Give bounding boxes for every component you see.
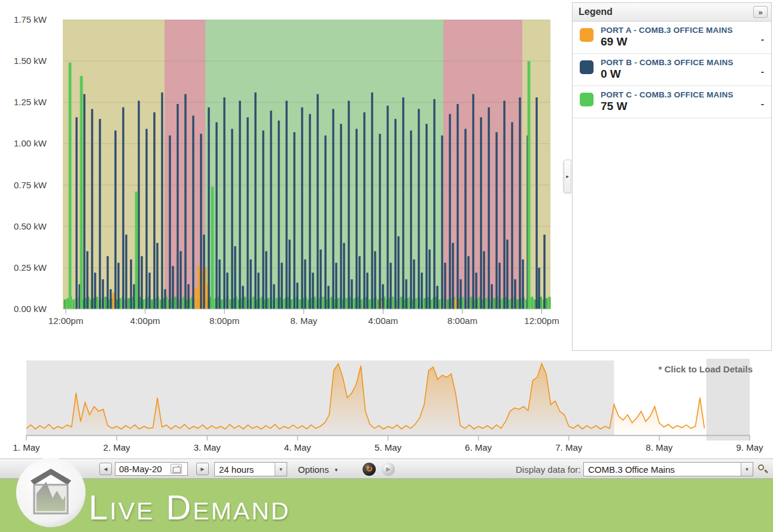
demand-bar-chart: 0.00 kW0.25 kW0.50 kW0.75 kW1.00 kW1.25 … xyxy=(0,0,571,335)
series-value: 75 W xyxy=(601,100,761,113)
chevron-down-icon: ▼ xyxy=(275,463,287,476)
series-name: PORT C - COMB.3 OFFICE MAINS xyxy=(601,90,761,99)
feeder-select-value: COMB.3 Office Mains xyxy=(584,464,741,475)
series-swatch xyxy=(580,60,594,74)
svg-text:8:00am: 8:00am xyxy=(448,316,477,326)
svg-text:0.75 kW: 0.75 kW xyxy=(14,180,47,190)
svg-text:6. May: 6. May xyxy=(465,442,492,452)
series-name: PORT A - COMB.3 OFFICE MAINS xyxy=(601,26,761,35)
series-swatch xyxy=(580,93,594,106)
arrow-left-icon: ◄ xyxy=(103,466,109,472)
arrow-right-icon: ► xyxy=(200,466,206,472)
app-title: Live Demand xyxy=(89,487,290,527)
overview-navigator-chart[interactable]: 1. May2. May3. May4. May5. May6. May7. M… xyxy=(0,356,773,458)
svg-text:9. May: 9. May xyxy=(736,442,763,452)
options-menu-button[interactable]: Options ▼ xyxy=(298,464,339,475)
legend-header: Legend » xyxy=(573,3,771,22)
svg-text:2. May: 2. May xyxy=(104,442,131,452)
calendar-icon[interactable] xyxy=(171,464,182,474)
range-select-value: 24 hours xyxy=(215,464,275,475)
svg-text:12:00pm: 12:00pm xyxy=(524,316,559,326)
refresh-icon: ↻ xyxy=(366,464,373,473)
svg-text:4:00pm: 4:00pm xyxy=(130,316,160,326)
series-name: PORT B - COMB.3 OFFICE MAINS xyxy=(601,58,761,67)
double-chevron-right-icon: » xyxy=(758,8,762,17)
series-value: 0 W xyxy=(601,68,761,81)
splitter-arrow-icon: ▸ xyxy=(566,173,569,179)
range-select[interactable]: 24 hours ▼ xyxy=(214,462,287,476)
svg-text:1.00 kW: 1.00 kW xyxy=(14,138,47,148)
svg-text:3. May: 3. May xyxy=(194,442,221,452)
svg-text:8. May: 8. May xyxy=(646,442,673,452)
play-button[interactable]: ▶ xyxy=(382,463,395,476)
previous-day-button[interactable]: ◄ xyxy=(99,463,112,475)
click-to-load-note: * Click to Load Details xyxy=(658,364,753,374)
chevron-down-icon: ▼ xyxy=(741,463,753,476)
series-value: 69 W xyxy=(601,35,761,48)
legend-item[interactable]: PORT C - COMB.3 OFFICE MAINS75 W- xyxy=(573,86,771,118)
legend-collapse-button[interactable]: » xyxy=(753,6,768,18)
svg-text:0.00 kW: 0.00 kW xyxy=(14,304,47,314)
series-dash: - xyxy=(761,99,764,109)
refresh-button[interactable]: ↻ xyxy=(363,463,376,476)
search-button[interactable] xyxy=(757,464,768,475)
svg-text:8:00pm: 8:00pm xyxy=(209,316,239,326)
legend-item[interactable]: PORT B - COMB.3 OFFICE MAINS0 W- xyxy=(573,54,771,86)
live-demand-page: 0.00 kW0.25 kW0.50 kW0.75 kW1.00 kW1.25 … xyxy=(0,0,773,532)
series-dash: - xyxy=(761,66,764,77)
toolbar: ◄ ► 24 hours ▼ Options ▼ ↻ ▶ Display dat… xyxy=(0,458,773,479)
svg-text:7. May: 7. May xyxy=(555,442,583,452)
legend-item[interactable]: PORT A - COMB.3 OFFICE MAINS69 W- xyxy=(573,22,771,54)
svg-text:8. May: 8. May xyxy=(290,316,318,326)
series-dash: - xyxy=(761,34,764,45)
magnifier-icon xyxy=(758,464,764,470)
svg-text:12:00pm: 12:00pm xyxy=(48,316,83,326)
series-swatch xyxy=(580,28,594,42)
svg-text:1.25 kW: 1.25 kW xyxy=(14,97,47,107)
feeder-select[interactable]: COMB.3 Office Mains ▼ xyxy=(583,462,753,476)
display-data-for-label: Display data for: xyxy=(516,464,580,475)
svg-text:5. May: 5. May xyxy=(375,442,402,452)
svg-text:0.25 kW: 0.25 kW xyxy=(14,262,47,273)
legend-splitter-handle[interactable]: ▸ xyxy=(564,160,571,193)
svg-text:4. May: 4. May xyxy=(284,442,312,452)
date-field-wrap xyxy=(115,462,188,476)
app-logo xyxy=(14,456,87,529)
svg-text:1.75 kW: 1.75 kW xyxy=(14,14,47,25)
svg-text:4:00am: 4:00am xyxy=(368,316,398,326)
caret-down-icon: ▼ xyxy=(334,467,339,473)
svg-text:1. May: 1. May xyxy=(13,442,40,452)
options-label: Options xyxy=(298,464,329,475)
legend-rows: PORT A - COMB.3 OFFICE MAINS69 W-PORT B … xyxy=(573,22,771,118)
svg-text:0.50 kW: 0.50 kW xyxy=(14,221,47,231)
legend-title: Legend xyxy=(579,7,753,17)
legend-panel: Legend » PORT A - COMB.3 OFFICE MAINS69 … xyxy=(572,2,772,351)
svg-text:1.50 kW: 1.50 kW xyxy=(14,56,47,66)
date-input[interactable] xyxy=(115,464,171,474)
next-day-button[interactable]: ► xyxy=(196,463,209,475)
play-icon: ▶ xyxy=(386,466,391,472)
